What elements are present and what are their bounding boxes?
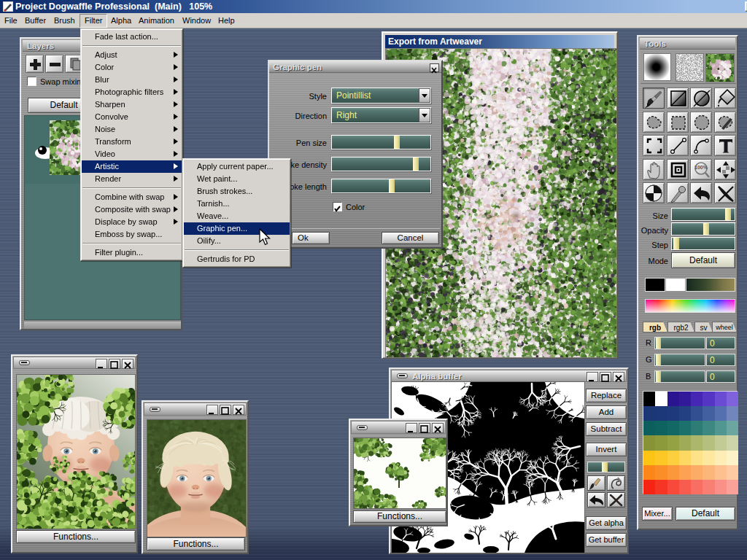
svg-text:100%: 100% (694, 165, 708, 170)
